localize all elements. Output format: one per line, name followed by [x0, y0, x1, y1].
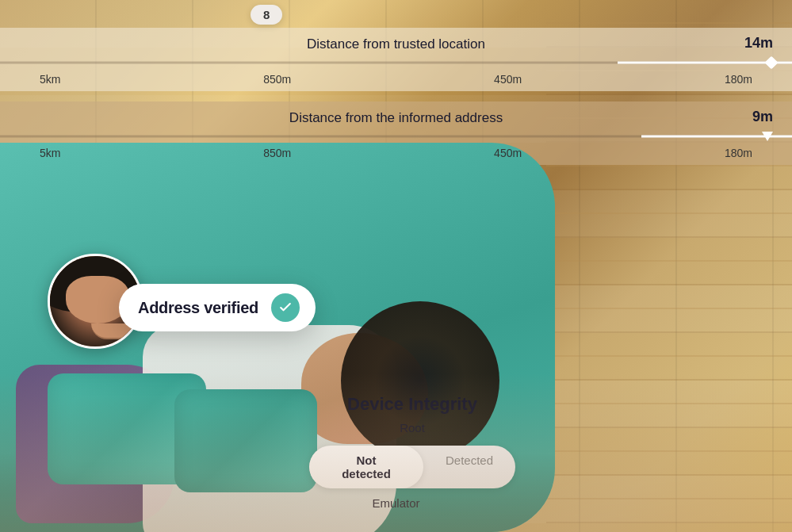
distance-address-label: Distance from the informed address	[289, 110, 503, 126]
step-number: 8	[263, 8, 270, 21]
pillow-right	[174, 389, 317, 492]
device-integrity-title: Device Integrity	[309, 394, 515, 415]
not-detected-toggle[interactable]: Not detected	[309, 446, 423, 488]
distance-address-ticks: 5km 850m 450m 180m	[0, 147, 792, 159]
distance-address-value: 9m	[752, 109, 773, 125]
tick-5km-2: 5km	[40, 147, 60, 159]
tick-850m-1: 850m	[263, 73, 291, 86]
detected-toggle[interactable]: Detected	[423, 446, 515, 488]
root-label: Root	[309, 421, 515, 434]
root-toggle-group[interactable]: Not detected Detected	[309, 446, 515, 488]
distance-address-indicator	[762, 132, 773, 141]
emulator-label: Emulator	[372, 496, 419, 510]
tick-850m-2: 850m	[263, 147, 291, 159]
address-verified-text: Address verified	[138, 299, 258, 317]
address-verified-badge: Address verified	[119, 284, 316, 331]
distance-trusted-value: 14m	[744, 35, 773, 52]
distance-trusted-label: Distance from trusted location	[307, 36, 485, 52]
tick-180m-1: 180m	[725, 73, 752, 86]
verified-check-icon	[271, 293, 300, 322]
device-integrity-section: Device Integrity Root Not detected Detec…	[309, 394, 515, 488]
step-indicator: 8	[251, 5, 282, 25]
tick-5km-1: 5km	[40, 73, 60, 86]
tick-450m-2: 450m	[494, 147, 522, 159]
tick-450m-1: 450m	[494, 73, 522, 86]
tick-180m-2: 180m	[725, 147, 752, 159]
distance-trusted-ticks: 5km 850m 450m 180m	[0, 73, 792, 86]
